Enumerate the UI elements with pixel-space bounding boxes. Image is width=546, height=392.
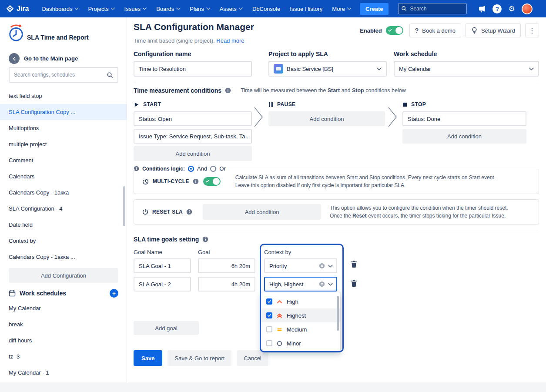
create-button[interactable]: Create bbox=[360, 3, 389, 15]
nav-item-assets[interactable]: Assets bbox=[220, 6, 243, 12]
dropdown-scrollbar[interactable] bbox=[337, 296, 339, 331]
project-select[interactable]: Basic Service [BS] bbox=[268, 61, 387, 77]
calendar-icon bbox=[9, 290, 16, 297]
schedule-item[interactable]: diff hours bbox=[0, 332, 127, 348]
goal-value-input[interactable] bbox=[198, 277, 255, 291]
config-item[interactable]: Context by bbox=[0, 233, 127, 249]
schedule-item[interactable]: tz -3 bbox=[0, 348, 127, 365]
save-button[interactable]: Save bbox=[134, 350, 162, 366]
reset-add-condition-button[interactable]: Add condition bbox=[203, 204, 321, 220]
schedule-field: Work schedule My Calendar bbox=[394, 50, 539, 77]
enabled-toggle-group: Enabled bbox=[360, 26, 403, 35]
config-item-selected[interactable]: SLA Configuration Copy ... bbox=[0, 104, 127, 120]
back-to-main-link[interactable]: Go to the Main page bbox=[9, 53, 78, 64]
priority-medium-icon bbox=[276, 326, 283, 333]
delete-goal-button[interactable] bbox=[349, 278, 358, 289]
config-item[interactable]: Multioptions bbox=[0, 120, 127, 136]
book-demo-button[interactable]: ? Book a demo bbox=[409, 23, 461, 37]
info-icon[interactable] bbox=[193, 178, 199, 184]
multicycle-toggle[interactable] bbox=[203, 177, 221, 186]
schedule-select[interactable]: My Calendar bbox=[394, 61, 539, 77]
setup-wizard-button[interactable]: Setup Wizard bbox=[466, 23, 521, 37]
stop-add-condition-button[interactable]: Add condition bbox=[402, 129, 526, 144]
start-condition-chip[interactable]: Issue Type: Service Request, Sub-task, T… bbox=[134, 129, 252, 144]
work-schedules-title: Work schedules bbox=[20, 290, 106, 297]
read-more-link[interactable]: Read more bbox=[216, 37, 244, 44]
dropdown-option[interactable]: Highest bbox=[261, 308, 340, 322]
nav-item-boards[interactable]: Boards bbox=[156, 6, 180, 12]
clear-icon[interactable] bbox=[319, 281, 325, 287]
goal-name-input[interactable] bbox=[134, 258, 191, 273]
schedule-item[interactable]: break bbox=[0, 316, 127, 332]
enabled-toggle[interactable] bbox=[386, 26, 403, 35]
pause-column-header: PAUSE bbox=[268, 100, 385, 109]
config-name-input[interactable] bbox=[134, 61, 252, 77]
config-list: text field stop SLA Configuration Copy .… bbox=[0, 88, 127, 265]
config-item[interactable]: Calendars bbox=[0, 168, 127, 184]
question-icon: ? bbox=[415, 27, 419, 34]
context-field-select[interactable]: Priority bbox=[264, 258, 337, 273]
checkbox-checked[interactable] bbox=[266, 298, 272, 305]
config-item[interactable]: Calendars Copy - 1акка ... bbox=[0, 249, 127, 265]
nav-item-projects[interactable]: Projects bbox=[88, 6, 115, 12]
nav-item-dbconsole[interactable]: DbConsole bbox=[252, 6, 280, 12]
config-item[interactable]: text field stop bbox=[0, 88, 127, 104]
gear-icon[interactable]: ⚙ bbox=[508, 5, 515, 13]
stop-icon bbox=[402, 102, 407, 107]
stop-condition-chip[interactable]: Status: Done bbox=[402, 111, 526, 126]
info-icon[interactable] bbox=[202, 236, 208, 242]
priority-minor-icon bbox=[276, 340, 283, 347]
dropdown-option[interactable]: Medium bbox=[261, 322, 340, 336]
dropdown-option[interactable]: Minor bbox=[261, 336, 340, 350]
config-item[interactable]: multiple project bbox=[0, 136, 127, 152]
announcement-icon[interactable] bbox=[478, 5, 486, 13]
config-item[interactable]: SLA Configuration - 4 bbox=[0, 201, 127, 217]
config-item[interactable]: Calendars Copy - 1акка bbox=[0, 184, 127, 201]
pause-conditions-column: PAUSE Add condition bbox=[268, 100, 385, 126]
chevron-down-icon bbox=[111, 7, 115, 10]
schedule-item[interactable]: My Calendar bbox=[0, 300, 127, 316]
checkbox-checked[interactable] bbox=[266, 312, 272, 318]
help-icon[interactable]: ? bbox=[492, 4, 502, 13]
checkbox-unchecked[interactable] bbox=[266, 340, 272, 346]
jira-logo[interactable]: Jira bbox=[6, 5, 29, 13]
multicycle-description: Calculate SLA as sum of all transitions … bbox=[235, 174, 496, 189]
sidebar-search-input[interactable] bbox=[14, 72, 107, 78]
user-avatar[interactable] bbox=[522, 3, 533, 14]
trash-icon bbox=[350, 279, 358, 287]
context-values-select[interactable]: High, Highest bbox=[264, 277, 337, 291]
start-add-condition-button[interactable]: Add condition bbox=[134, 146, 252, 161]
context-by-column-label: Context by bbox=[264, 249, 291, 255]
search-icon bbox=[107, 72, 113, 78]
goal-value-input[interactable] bbox=[198, 258, 255, 273]
add-schedule-button[interactable]: + bbox=[110, 289, 118, 298]
priority-dropdown: High Highest Medium Minor bbox=[261, 292, 340, 352]
nav-item-plans[interactable]: Plans bbox=[190, 6, 210, 12]
nav-item-dashboards[interactable]: Dashboards bbox=[42, 6, 78, 12]
save-go-report-button[interactable]: Save & Go to report bbox=[167, 350, 231, 366]
add-goal-button[interactable]: Add goal bbox=[134, 321, 199, 335]
cancel-button[interactable]: Cancel bbox=[237, 350, 268, 366]
chevron-down-icon bbox=[239, 7, 243, 10]
nav-item-issue-history[interactable]: Issue History bbox=[290, 6, 322, 12]
page-subtitle: Time limit based (single project). Read … bbox=[134, 37, 245, 44]
nav-item-issues[interactable]: Issues bbox=[124, 6, 147, 12]
info-icon[interactable] bbox=[186, 209, 192, 215]
schedule-item[interactable]: My Calendar - 1 bbox=[0, 365, 127, 381]
pause-add-condition-button[interactable]: Add condition bbox=[268, 111, 385, 126]
sla-sidebar: SLA Time and Report Go to the Main page … bbox=[0, 17, 127, 392]
clear-icon[interactable] bbox=[319, 263, 325, 269]
sidebar-scrollbar[interactable] bbox=[123, 186, 125, 226]
goal-name-input[interactable] bbox=[134, 277, 191, 291]
config-item[interactable]: Date field bbox=[0, 217, 127, 233]
config-item[interactable]: Comment bbox=[0, 152, 127, 168]
more-options-button[interactable]: ⋮ bbox=[525, 23, 539, 37]
delete-goal-button[interactable] bbox=[349, 259, 358, 270]
nav-search-input[interactable] bbox=[398, 3, 467, 14]
info-icon[interactable] bbox=[225, 87, 231, 94]
nav-item-more[interactable]: More bbox=[332, 6, 351, 12]
start-condition-chip[interactable]: Status: Open bbox=[134, 111, 252, 126]
checkbox-unchecked[interactable] bbox=[266, 326, 272, 332]
add-configuration-button[interactable]: Add Configuration bbox=[9, 268, 118, 283]
dropdown-option[interactable]: High bbox=[261, 295, 340, 308]
